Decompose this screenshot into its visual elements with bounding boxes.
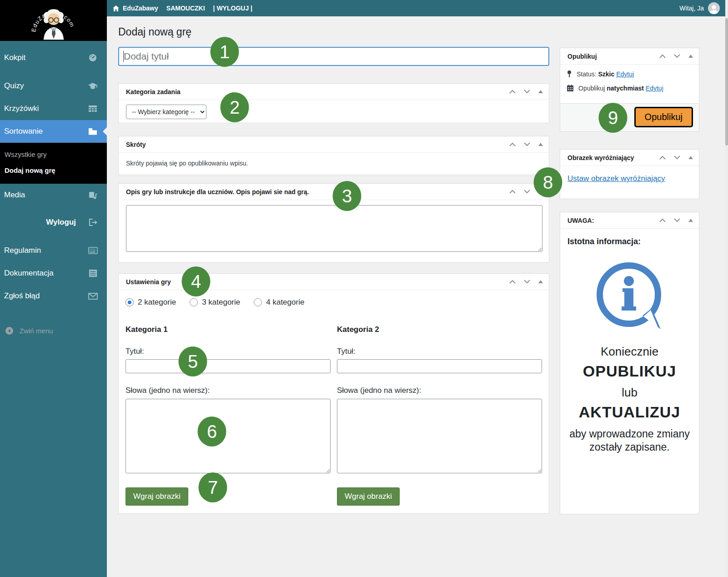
page: EduZabawy.com Kokpit <box>0 0 728 577</box>
move-up-icon[interactable] <box>509 142 516 147</box>
move-up-icon[interactable] <box>509 279 516 284</box>
edit-status-link[interactable]: Edytuj <box>616 70 634 78</box>
scrollbar-thumb[interactable] <box>725 18 728 146</box>
category-2-block: Kategoria 2 Tytuł: Słowa (jedno na wiers… <box>337 325 542 506</box>
publish-footer: Opublikuj <box>560 103 699 131</box>
status-label: Status: <box>577 70 597 78</box>
panel-title: Kategoria zadania <box>126 88 181 95</box>
uwaga-line-opublikuj: OPUBLIKUJ <box>567 362 692 380</box>
move-down-icon[interactable] <box>673 155 681 160</box>
radio-selected-icon <box>126 298 134 306</box>
topbar-wyloguj[interactable]: | WYLOGUJ | <box>213 5 252 12</box>
toggle-panel-icon[interactable] <box>688 218 693 222</box>
schedule-row: Opublikuj natychmiast Edytuj <box>567 85 693 92</box>
status-row: Status: Szkic Edytuj <box>567 70 693 78</box>
text-caret <box>123 51 124 62</box>
description-textarea[interactable] <box>126 205 542 252</box>
calendar-icon <box>567 85 574 92</box>
move-up-icon[interactable] <box>509 189 516 194</box>
radio-4-kategorie[interactable]: 4 kategorie <box>254 298 304 307</box>
category-1-heading: Kategoria 1 <box>126 325 331 334</box>
publish-button[interactable]: Opublikuj <box>634 107 693 127</box>
sidebar-item-sortowanie[interactable]: Sortowanie <box>0 120 107 143</box>
topbar-samouczki[interactable]: SAMOUCZKI <box>166 5 205 12</box>
annotation-circle-9: 9 <box>599 103 628 133</box>
move-up-icon[interactable] <box>659 218 666 223</box>
info-bubble-icon <box>589 256 671 338</box>
panel-ustawienia-gry: Ustawienia gry 2 kategorie 3 kategorie <box>118 273 549 514</box>
move-down-icon[interactable] <box>523 189 531 194</box>
toggle-panel-icon[interactable] <box>688 156 693 160</box>
status-value: Szkic <box>598 70 614 78</box>
move-up-icon[interactable] <box>659 155 666 160</box>
schedule-value: natychmiast <box>607 85 644 92</box>
panel-skroty: Skróty Skróty pojawią się po opublikowan… <box>118 136 549 175</box>
panel-opublikuj: Opublikuj Status: Szkic Edytuj Opublikuj <box>560 48 699 132</box>
sidebar-item-label: Zgłoś błąd <box>4 291 40 301</box>
annotation-circle-5: 5 <box>179 346 207 376</box>
edit-schedule-link[interactable]: Edytuj <box>646 85 663 92</box>
submenu-item-label: Wszystkie gry <box>5 151 47 158</box>
topbar: EduZabawy SAMOUCZKI | WYLOGUJ | Witaj, J… <box>107 0 728 16</box>
sidebar-item-wyloguj[interactable]: Wyloguj <box>0 211 107 234</box>
topbar-greeting[interactable]: Witaj, Ja <box>679 5 704 12</box>
tytul-label: Tytuł: <box>337 347 542 356</box>
sidebar-item-kokpit[interactable]: Kokpit <box>0 46 107 69</box>
collapse-menu-label: Zwiń menu <box>20 327 53 335</box>
toggle-panel-icon[interactable] <box>538 90 543 94</box>
sidebar-item-zglos-blad[interactable]: Zgłoś błąd <box>0 285 107 307</box>
upload-images-button-1[interactable]: Wgraj obrazki <box>126 487 188 506</box>
panel-title: Opis gry lub instrukcje dla uczniów. Opi… <box>126 188 309 196</box>
slowa-label: Słowa (jedno na wiersz): <box>126 386 331 395</box>
panel-title: Ustawienia gry <box>126 278 171 286</box>
avatar[interactable] <box>708 2 720 14</box>
move-down-icon[interactable] <box>523 89 531 94</box>
move-down-icon[interactable] <box>523 279 531 284</box>
set-featured-image-link[interactable]: Ustaw obrazek wyróżniający <box>567 174 665 183</box>
sidebar-item-label: Quizy <box>4 81 24 90</box>
radio-label: 3 kategorie <box>202 298 240 307</box>
title-input[interactable] <box>118 47 549 66</box>
submenu-item-dodaj-nowa-gre[interactable]: Dodaj nową grę <box>0 162 107 178</box>
move-down-icon[interactable] <box>523 142 531 147</box>
sortowanie-submenu: Wszystkie gry Dodaj nową grę <box>0 143 107 184</box>
uwaga-line-koniecznie: Koniecznie <box>567 345 692 359</box>
toggle-panel-icon[interactable] <box>688 54 693 58</box>
move-up-icon[interactable] <box>659 54 666 59</box>
uwaga-line-lub: lub <box>567 386 692 400</box>
category-1-title-input[interactable] <box>126 359 331 373</box>
uwaga-line-aktualizuj: AKTUALIZUJ <box>567 403 692 421</box>
topbar-site-home[interactable]: EduZabawy <box>112 5 158 12</box>
radio-unselected-icon <box>254 298 262 306</box>
category-2-words-textarea[interactable] <box>337 399 542 473</box>
scrollbar[interactable] <box>725 0 728 577</box>
collapse-menu-button[interactable]: Zwiń menu <box>0 319 107 342</box>
sidebar-item-dokumentacja[interactable]: Dokumentacja <box>0 262 107 285</box>
category-1-words-textarea[interactable] <box>126 399 331 473</box>
sidebar-item-regulamin[interactable]: Regulamin <box>0 239 107 262</box>
media-icon <box>88 191 98 200</box>
category-2-title-input[interactable] <box>337 359 542 373</box>
toggle-panel-icon[interactable] <box>538 280 543 284</box>
radio-2-kategorie[interactable]: 2 kategorie <box>126 298 176 307</box>
sidebar-item-label: Kokpit <box>4 53 25 62</box>
sidebar-item-media[interactable]: Media <box>0 184 107 206</box>
sidebar-item-quizy[interactable]: Quizy <box>0 75 107 97</box>
move-up-icon[interactable] <box>509 89 516 94</box>
eduzabawy-logo[interactable]: EduZabawy.com <box>0 0 107 41</box>
sidebar-item-label: Media <box>4 191 25 200</box>
upload-images-button-2[interactable]: Wgraj obrazki <box>337 487 400 506</box>
radio-3-kategorie[interactable]: 3 kategorie <box>190 298 240 307</box>
document-list-icon <box>88 269 98 278</box>
submenu-item-wszystkie-gry[interactable]: Wszystkie gry <box>0 146 107 162</box>
move-down-icon[interactable] <box>673 54 681 59</box>
move-down-icon[interactable] <box>673 218 681 223</box>
slowa-label: Słowa (jedno na wiersz): <box>337 386 542 395</box>
sidebar-item-krzyzowki[interactable]: Krzyżówki <box>0 97 107 120</box>
toggle-panel-icon[interactable] <box>538 142 543 146</box>
category-1-block: Kategoria 1 Tytuł: Słowa (jedno na wiers… <box>126 325 331 506</box>
schedule-label: Opublikuj <box>578 85 605 92</box>
category-select[interactable]: -- Wybierz kategorię -- <box>126 105 206 119</box>
panel-title: Obrazek wyróżniający <box>567 154 634 161</box>
annotation-circle-6: 6 <box>198 416 226 447</box>
